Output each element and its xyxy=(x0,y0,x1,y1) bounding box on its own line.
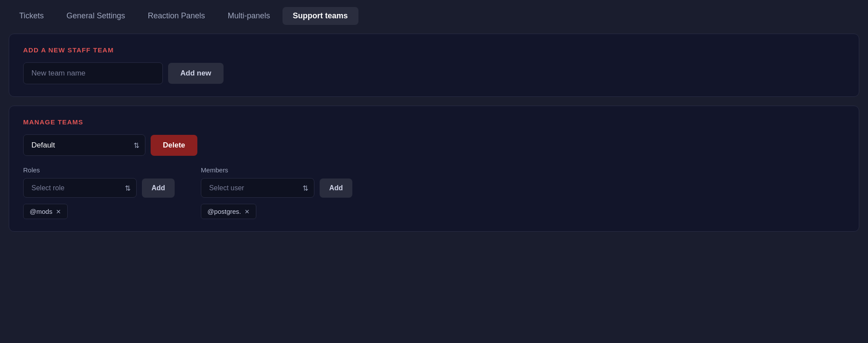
add-member-button[interactable]: Add xyxy=(320,178,352,198)
new-team-name-input[interactable] xyxy=(23,62,163,84)
tab-reaction-panels[interactable]: Reaction Panels xyxy=(137,7,215,25)
role-select[interactable]: Select role xyxy=(23,178,137,198)
role-tag-mods-label: @mods xyxy=(30,208,52,215)
role-select-wrapper: Select role ⇅ xyxy=(23,178,137,198)
roles-label: Roles xyxy=(23,166,175,174)
members-label: Members xyxy=(201,166,352,174)
add-new-button[interactable]: Add new xyxy=(168,63,224,84)
nav-tabs: Tickets General Settings Reaction Panels… xyxy=(9,7,859,25)
roles-group: Roles Select role ⇅ Add @mods ✕ xyxy=(23,166,175,219)
manage-teams-title: MANAGE TEAMS xyxy=(23,118,845,126)
tab-general-settings[interactable]: General Settings xyxy=(56,7,135,25)
tab-tickets[interactable]: Tickets xyxy=(9,7,54,25)
members-group: Members Select user ⇅ Add @postgres. ✕ xyxy=(201,166,352,219)
tab-multi-panels[interactable]: Multi-panels xyxy=(217,7,281,25)
add-team-row: Add new xyxy=(23,62,845,84)
member-tag-postgres: @postgres. ✕ xyxy=(201,204,256,219)
team-select-wrapper: Default ⇅ xyxy=(23,134,145,156)
member-tag-postgres-label: @postgres. xyxy=(207,208,241,215)
member-select-wrapper: Select user ⇅ xyxy=(201,178,314,198)
roles-members-section: Roles Select role ⇅ Add @mods ✕ Members xyxy=(23,166,845,219)
team-selector-row: Default ⇅ Delete xyxy=(23,134,845,156)
tab-support-teams[interactable]: Support teams xyxy=(282,7,358,25)
roles-field-row: Select role ⇅ Add xyxy=(23,178,175,198)
role-tag-mods: @mods ✕ xyxy=(23,204,68,219)
member-tag-postgres-close-icon[interactable]: ✕ xyxy=(245,209,250,215)
delete-team-button[interactable]: Delete xyxy=(151,135,197,156)
member-select[interactable]: Select user xyxy=(201,178,314,198)
add-team-section: ADD A NEW STAFF TEAM Add new xyxy=(9,34,859,97)
add-role-button[interactable]: Add xyxy=(142,178,175,198)
roles-tags: @mods ✕ xyxy=(23,204,175,219)
role-tag-mods-close-icon[interactable]: ✕ xyxy=(56,209,61,215)
manage-teams-section: MANAGE TEAMS Default ⇅ Delete Roles Sele… xyxy=(9,106,859,232)
members-field-row: Select user ⇅ Add xyxy=(201,178,352,198)
members-tags: @postgres. ✕ xyxy=(201,204,352,219)
team-select[interactable]: Default xyxy=(23,134,145,156)
add-team-title: ADD A NEW STAFF TEAM xyxy=(23,46,845,54)
